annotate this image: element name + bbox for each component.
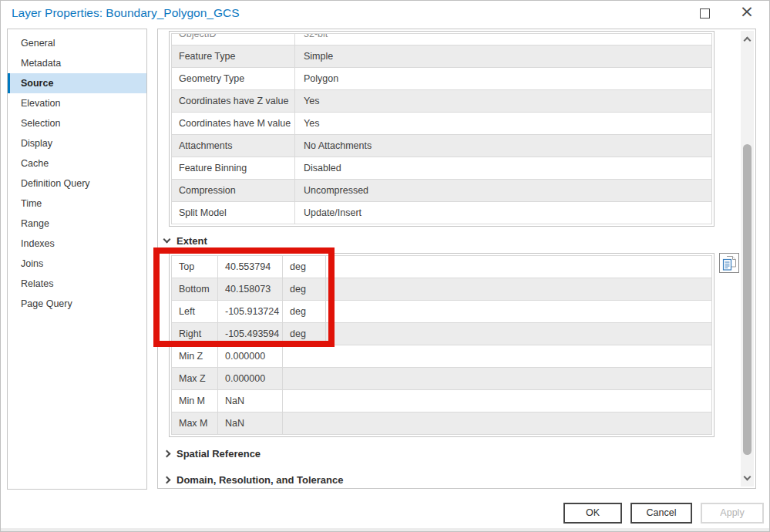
chevron-right-icon xyxy=(163,450,171,457)
row-value: -105.913724 xyxy=(218,301,283,322)
row-value: 40.553794 xyxy=(218,256,283,278)
chevron-down-icon[interactable] xyxy=(744,473,752,481)
row-value: -105.493594 xyxy=(218,323,283,345)
row-filler xyxy=(326,412,711,434)
sidebar-item-metadata[interactable]: Metadata xyxy=(8,53,146,73)
row-label: ObjectID xyxy=(172,34,295,45)
row-label: Coordinates have Z value xyxy=(172,90,295,112)
row-filler xyxy=(326,278,711,300)
sidebar-item-joins[interactable]: Joins xyxy=(8,254,146,274)
copy-extent-button[interactable] xyxy=(719,253,739,273)
sidebar-item-range[interactable]: Range xyxy=(8,214,146,234)
source-table-rows: ObjectID32-bitFeature TypeSimpleGeometry… xyxy=(171,33,712,224)
table-row: Split ModelUpdate/Insert xyxy=(172,202,711,224)
dialog-title: Layer Properties: Boundary_Polygon_GCS xyxy=(12,6,240,20)
row-value: 40.158073 xyxy=(218,278,283,300)
row-value: NaN xyxy=(218,412,283,434)
sidebar-item-definition-query[interactable]: Definition Query xyxy=(8,173,146,194)
cancel-button[interactable]: Cancel xyxy=(630,503,692,524)
row-unit: deg xyxy=(283,278,326,300)
maximize-icon[interactable] xyxy=(700,8,710,19)
row-filler xyxy=(326,390,711,412)
sidebar-item-time[interactable]: Time xyxy=(8,194,146,214)
row-value: Update/Insert xyxy=(295,202,711,224)
row-label: Split Model xyxy=(172,202,295,224)
source-table: ObjectID32-bitFeature TypeSimpleGeometry… xyxy=(169,31,715,227)
row-value: Simple xyxy=(295,45,711,67)
section-domain-resolution-tolerance[interactable]: Domain, Resolution, and Tolerance xyxy=(164,471,343,488)
table-row: Max Z0.000000 xyxy=(172,368,711,390)
row-value: Uncompressed xyxy=(295,180,711,201)
table-row: AttachmentsNo Attachments xyxy=(172,135,711,157)
extent-table-rows: Top40.553794degBottom40.158073degLeft-10… xyxy=(171,255,712,435)
row-label: Feature Binning xyxy=(172,157,295,179)
layer-properties-dialog: { "window": { "title": "Layer Properties… xyxy=(0,0,770,532)
row-label: Bottom xyxy=(172,278,218,300)
row-unit: deg xyxy=(283,256,326,278)
row-label: Max Z xyxy=(172,368,218,389)
row-value: 0.000000 xyxy=(218,368,283,389)
source-panel: ObjectID32-bitFeature TypeSimpleGeometry… xyxy=(157,29,756,489)
sidebar-item-selection[interactable]: Selection xyxy=(8,113,146,133)
row-filler xyxy=(326,256,711,278)
close-icon[interactable]: × xyxy=(738,1,756,22)
row-label: Geometry Type xyxy=(172,68,295,89)
row-value: 0.000000 xyxy=(218,345,283,367)
row-unit xyxy=(283,390,326,412)
table-row: Max MNaN xyxy=(172,412,711,434)
table-row: Bottom40.158073deg xyxy=(172,278,711,301)
row-value: Yes xyxy=(295,90,711,112)
sidebar-item-relates[interactable]: Relates xyxy=(8,274,146,294)
sidebar-item-elevation[interactable]: Elevation xyxy=(8,93,146,113)
row-value: Disabled xyxy=(295,157,711,179)
chevron-up-icon[interactable] xyxy=(744,37,752,45)
table-row: ObjectID32-bit xyxy=(172,34,711,45)
table-row: Feature BinningDisabled xyxy=(172,157,711,180)
table-row: Geometry TypePolygon xyxy=(172,68,711,90)
table-row: Coordinates have M valueYes xyxy=(172,113,711,135)
row-unit: deg xyxy=(283,301,326,322)
copy-pages-icon xyxy=(722,255,737,271)
section-domain-label: Domain, Resolution, and Tolerance xyxy=(177,474,343,486)
sidebar-item-general[interactable]: General xyxy=(8,33,146,53)
table-row: Top40.553794deg xyxy=(172,256,711,278)
row-value: NaN xyxy=(218,390,283,412)
sidebar-item-page-query[interactable]: Page Query xyxy=(8,294,146,314)
row-unit xyxy=(283,345,326,367)
row-filler xyxy=(326,323,711,345)
row-value: No Attachments xyxy=(295,135,711,157)
row-value: Yes xyxy=(295,113,711,134)
table-row: Right-105.493594deg xyxy=(172,323,711,345)
row-filler xyxy=(326,345,711,367)
table-row: Min MNaN xyxy=(172,390,711,412)
apply-button: Apply xyxy=(701,503,764,524)
section-extent-label: Extent xyxy=(177,235,207,247)
section-extent[interactable]: Extent xyxy=(164,232,207,249)
vertical-scrollbar[interactable] xyxy=(741,31,754,487)
chevron-right-icon xyxy=(163,476,171,483)
row-label: Max M xyxy=(172,412,218,434)
table-row: Left-105.913724deg xyxy=(172,301,711,323)
scrollbar-thumb[interactable] xyxy=(743,144,752,455)
sidebar-item-source[interactable]: Source xyxy=(8,73,146,93)
row-label: Right xyxy=(172,323,218,345)
sidebar: GeneralMetadataSourceElevationSelectionD… xyxy=(7,29,147,490)
row-label: Coordinates have M value xyxy=(172,113,295,134)
ok-button[interactable]: OK xyxy=(563,503,622,524)
sidebar-item-indexes[interactable]: Indexes xyxy=(8,234,146,254)
extent-table: Top40.553794degBottom40.158073degLeft-10… xyxy=(169,253,715,437)
table-row: CompressionUncompressed xyxy=(172,180,711,202)
row-label: Min Z xyxy=(172,345,218,367)
section-spatial-reference-label: Spatial Reference xyxy=(177,448,261,460)
row-label: Compression xyxy=(172,180,295,201)
row-unit: deg xyxy=(283,323,326,345)
row-filler xyxy=(326,368,711,389)
row-value: 32-bit xyxy=(295,34,711,45)
section-spatial-reference[interactable]: Spatial Reference xyxy=(164,445,261,462)
sidebar-item-display[interactable]: Display xyxy=(8,133,146,153)
row-filler xyxy=(326,301,711,322)
row-label: Left xyxy=(172,301,218,322)
row-label: Min M xyxy=(172,390,218,412)
sidebar-item-cache[interactable]: Cache xyxy=(8,153,146,173)
row-label: Feature Type xyxy=(172,45,295,67)
